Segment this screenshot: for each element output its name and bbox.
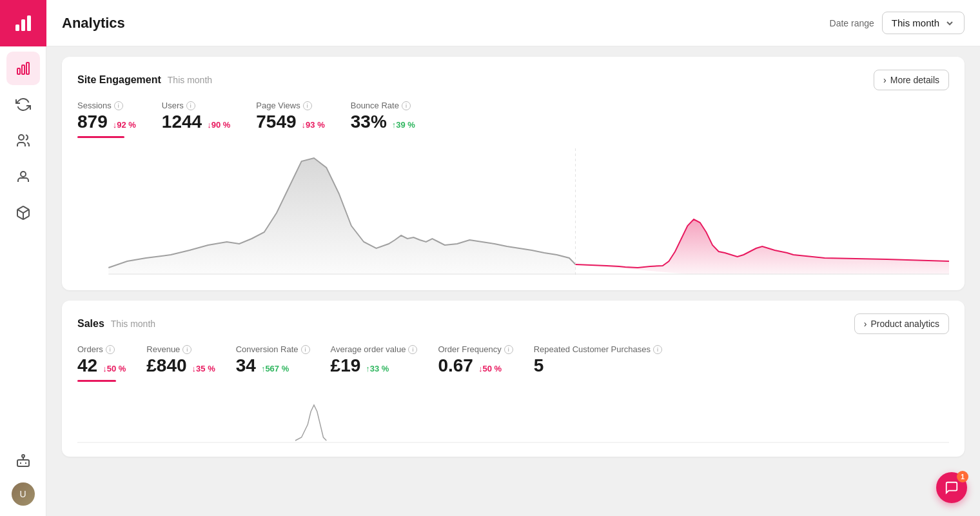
- main-content: Analytics Date range This month Site Eng…: [46, 0, 980, 516]
- metric-repeated-customers: Repeated Customer Purchases i 5: [534, 344, 662, 382]
- sales-card: Sales This month › Product analytics Ord…: [62, 301, 965, 457]
- metric-revenue: Revenue i £840 ↓35 %: [146, 344, 215, 382]
- metric-conversion-rate: Conversion Rate i 34 ↑567 %: [236, 344, 310, 382]
- orders-change: ↓50 %: [103, 364, 126, 373]
- sales-subtitle: This month: [111, 319, 155, 329]
- metric-order-frequency: Order Frequency i 0.67 ↓50 %: [438, 344, 513, 382]
- revenue-info-icon[interactable]: i: [182, 345, 191, 354]
- repeated-info-icon[interactable]: i: [653, 345, 662, 354]
- sales-chart: [77, 392, 949, 444]
- site-engagement-chart: [77, 148, 949, 277]
- users-value: 1244: [162, 112, 202, 132]
- sidebar-item-users-group[interactable]: [6, 124, 40, 157]
- site-engagement-title: Site Engagement: [77, 74, 161, 86]
- bounce-rate-change: ↑39 %: [392, 120, 415, 130]
- page-views-change: ↓93 %: [302, 120, 325, 130]
- order-freq-change: ↓50 %: [478, 364, 502, 373]
- svg-point-6: [19, 135, 24, 140]
- chat-badge: 1: [957, 471, 968, 482]
- sessions-underline: [77, 136, 124, 138]
- svg-point-7: [21, 172, 26, 177]
- sidebar: U: [0, 0, 46, 516]
- svg-rect-0: [15, 25, 19, 31]
- conversion-info-icon[interactable]: i: [301, 345, 310, 354]
- chat-icon: [945, 481, 959, 495]
- date-range-selector[interactable]: This month: [882, 12, 965, 34]
- header: Analytics Date range This month: [46, 0, 980, 46]
- page-views-info-icon[interactable]: i: [303, 101, 312, 110]
- site-engagement-card: Site Engagement This month › More detail…: [62, 57, 965, 290]
- sidebar-item-refresh[interactable]: [6, 88, 40, 121]
- sidebar-nav: [6, 46, 40, 444]
- user-avatar[interactable]: U: [12, 482, 35, 506]
- metric-orders: Orders i 42 ↓50 %: [77, 344, 126, 382]
- svg-rect-1: [21, 19, 25, 31]
- more-details-button[interactable]: › More details: [874, 70, 949, 90]
- sessions-info-icon[interactable]: i: [114, 101, 123, 110]
- metric-bounce-rate: Bounce Rate i 33% ↑39 %: [351, 101, 415, 138]
- bounce-rate-value: 33%: [351, 112, 387, 132]
- conversion-change: ↑567 %: [261, 364, 289, 373]
- sales-metrics: Orders i 42 ↓50 % Revenue i: [77, 344, 949, 382]
- sidebar-bottom: U: [6, 444, 40, 516]
- site-engagement-subtitle: This month: [168, 75, 212, 85]
- site-engagement-header: Site Engagement This month › More detail…: [77, 70, 949, 90]
- users-info-icon[interactable]: i: [186, 101, 195, 110]
- avg-order-change: ↑33 %: [366, 364, 389, 373]
- svg-rect-4: [22, 65, 24, 74]
- repeated-value: 5: [534, 355, 544, 376]
- bounce-rate-info-icon[interactable]: i: [402, 101, 411, 110]
- avg-order-value: £19: [331, 355, 361, 376]
- sessions-change: ↓92 %: [113, 120, 136, 130]
- date-range-label: Date range: [830, 18, 874, 28]
- sidebar-item-user[interactable]: [6, 160, 40, 194]
- svg-rect-5: [26, 63, 29, 74]
- sales-title-group: Sales This month: [77, 318, 155, 330]
- svg-rect-3: [17, 68, 20, 74]
- logo-button[interactable]: [0, 0, 46, 46]
- product-analytics-button[interactable]: › Product analytics: [854, 313, 949, 334]
- metric-page-views: Page Views i 7549 ↓93 %: [256, 101, 324, 138]
- page-views-value: 7549: [256, 112, 296, 132]
- svg-rect-2: [27, 15, 31, 31]
- revenue-value: £840: [146, 355, 186, 376]
- sessions-value: 879: [77, 112, 108, 132]
- chevron-right-icon-sales: ›: [864, 319, 867, 329]
- date-range-value: This month: [892, 17, 939, 28]
- page-title: Analytics: [62, 15, 830, 32]
- content-area: Site Engagement This month › More detail…: [46, 46, 980, 467]
- site-engagement-metrics: Sessions i 879 ↓92 % Users i: [77, 101, 949, 138]
- sales-title: Sales: [77, 318, 104, 330]
- metric-avg-order-value: Average order value i £19 ↑33 %: [331, 344, 418, 382]
- avg-order-info-icon[interactable]: i: [408, 345, 417, 354]
- sidebar-item-bot[interactable]: [6, 444, 40, 477]
- users-change: ↓90 %: [207, 120, 230, 130]
- orders-value: 42: [77, 355, 97, 376]
- metric-sessions: Sessions i 879 ↓92 %: [77, 101, 136, 138]
- sidebar-item-box[interactable]: [6, 196, 40, 230]
- svg-rect-9: [17, 460, 29, 466]
- chevron-down-icon: [945, 18, 955, 28]
- svg-point-10: [22, 455, 24, 457]
- revenue-change: ↓35 %: [192, 364, 215, 373]
- metric-users: Users i 1244 ↓90 %: [162, 101, 230, 138]
- orders-underline: [77, 380, 116, 382]
- sales-header: Sales This month › Product analytics: [77, 313, 949, 334]
- conversion-value: 34: [236, 355, 256, 376]
- site-engagement-title-group: Site Engagement This month: [77, 74, 212, 86]
- orders-info-icon[interactable]: i: [106, 345, 115, 354]
- chat-bubble-button[interactable]: 1: [936, 472, 967, 503]
- chevron-right-icon: ›: [883, 75, 887, 85]
- sidebar-item-analytics[interactable]: [6, 52, 40, 85]
- order-freq-info-icon[interactable]: i: [504, 345, 513, 354]
- order-freq-value: 0.67: [438, 355, 473, 376]
